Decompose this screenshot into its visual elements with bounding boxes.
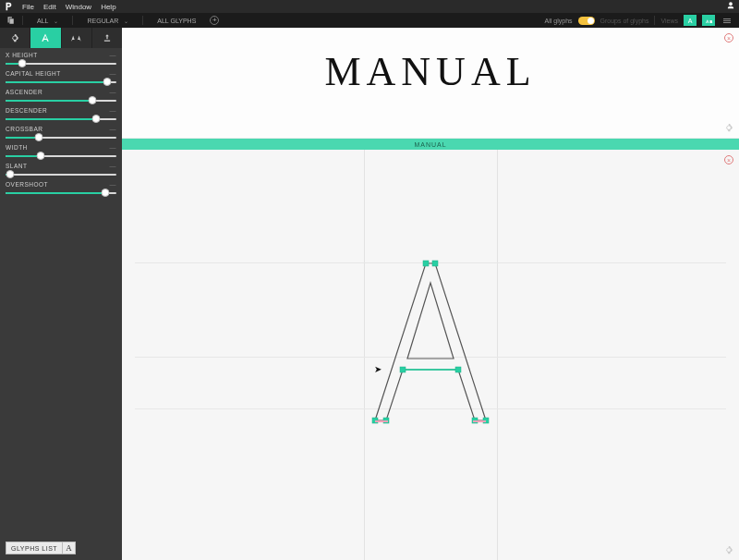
param-slider[interactable] <box>6 152 116 160</box>
view-list-button[interactable] <box>721 15 733 26</box>
chevron-down-icon: ⌄ <box>124 18 128 24</box>
sidebar-tab-glyph-params[interactable] <box>30 28 61 48</box>
canvas-area: MANUAL × MANUAL × <box>122 28 739 560</box>
editor-close-button[interactable]: × <box>724 155 733 164</box>
menu-help[interactable]: Help <box>101 3 115 11</box>
glyphs-list-button[interactable]: GLYPHS LIST A <box>6 542 76 554</box>
add-button[interactable]: + <box>210 16 219 25</box>
app-logo-icon <box>4 2 13 11</box>
user-account-icon[interactable] <box>726 1 735 12</box>
param-slider[interactable] <box>6 189 116 197</box>
param-overshoot: OVERSHOOT— <box>6 181 116 197</box>
param-reset-icon[interactable]: — <box>110 181 117 188</box>
param-label: SLANT <box>6 163 27 169</box>
weight-select[interactable]: REGULAR ⌄ <box>80 16 135 26</box>
all-glyphs-label: All glyphs <box>545 18 573 24</box>
param-capital-height: CAPITAL HEIGHT— <box>6 70 116 86</box>
sidebar-tab-settings[interactable] <box>0 28 30 48</box>
preview-close-button[interactable]: × <box>724 33 733 43</box>
cursor-icon: ➤ <box>374 364 382 374</box>
glyphs-select-label: ALL GLYPHS <box>157 18 196 24</box>
param-slider[interactable] <box>6 133 116 141</box>
param-width: WIDTH— <box>6 144 116 160</box>
param-slant: SLANT— <box>6 163 116 178</box>
sidebar-tab-export[interactable] <box>92 28 122 48</box>
sidebar-tab-group-params[interactable] <box>62 28 92 48</box>
param-descender: DESCENDER— <box>6 107 116 123</box>
param-label: WIDTH <box>6 144 28 151</box>
editor-settings-icon[interactable] <box>724 545 733 554</box>
sidebar-tabs <box>0 28 122 48</box>
param-crossbar: CROSSBAR— <box>6 126 116 141</box>
top-toolbar: ALL ⌄ REGULAR ⌄ ALL GLYPHS + All glyphs … <box>0 13 739 28</box>
svg-rect-1 <box>423 261 429 266</box>
svg-rect-4 <box>455 367 461 372</box>
param-label: X HEIGHT <box>6 52 38 58</box>
glyph-editor[interactable]: × <box>122 150 739 560</box>
param-reset-icon[interactable]: — <box>110 163 117 169</box>
glyph-outline[interactable] <box>338 259 523 444</box>
preview-text: MANUAL <box>122 48 739 95</box>
font-select[interactable]: ALL ⌄ <box>30 16 65 26</box>
weight-select-label: REGULAR <box>87 18 118 24</box>
menu-bar: File Edit Window Help <box>0 0 739 13</box>
view-single-glyph-button[interactable]: A <box>684 15 697 26</box>
parameter-sliders: X HEIGHT—CAPITAL HEIGHT—ASCENDER—DESCEND… <box>0 48 122 201</box>
param-slider[interactable] <box>6 78 116 86</box>
param-reset-icon[interactable]: — <box>110 52 117 58</box>
glyph-name-banner-text: MANUAL <box>414 141 446 148</box>
param-label: CAPITAL HEIGHT <box>6 70 61 77</box>
chevron-down-icon: ⌄ <box>54 18 58 24</box>
param-reset-icon[interactable]: — <box>110 144 117 151</box>
glyphs-list-label: GLYPHS LIST <box>6 542 62 554</box>
param-label: OVERSHOOT <box>6 181 48 188</box>
main-area: X HEIGHT—CAPITAL HEIGHT—ASCENDER—DESCEND… <box>0 28 739 560</box>
glyphs-list-current: A <box>62 542 75 554</box>
param-reset-icon[interactable]: — <box>110 107 117 114</box>
param-ascender: ASCENDER— <box>6 89 116 104</box>
param-reset-icon[interactable]: — <box>110 126 117 132</box>
param-label: ASCENDER <box>6 89 42 95</box>
groups-of-glyphs-label: Groups of glyphs <box>600 18 649 24</box>
copy-icon[interactable] <box>6 16 15 26</box>
param-x-height: X HEIGHT— <box>6 52 116 67</box>
param-reset-icon[interactable]: — <box>110 70 117 77</box>
svg-rect-2 <box>432 261 438 266</box>
param-label: DESCENDER <box>6 107 47 114</box>
param-slider[interactable] <box>6 115 116 123</box>
view-word-button[interactable]: ᴀʙ <box>702 15 715 26</box>
preview-settings-icon[interactable] <box>724 123 733 132</box>
views-label: Views <box>660 18 678 24</box>
param-reset-icon[interactable]: — <box>110 89 117 95</box>
preview-panel: MANUAL × <box>122 28 739 139</box>
svg-rect-3 <box>400 367 406 372</box>
menu-file[interactable]: File <box>22 3 34 11</box>
param-slider[interactable] <box>6 96 116 104</box>
sidebar: X HEIGHT—CAPITAL HEIGHT—ASCENDER—DESCEND… <box>0 28 122 560</box>
menu-window[interactable]: Window <box>66 3 91 11</box>
param-slider[interactable] <box>6 170 116 178</box>
glyph-name-banner: MANUAL <box>122 139 739 150</box>
menu-edit[interactable]: Edit <box>43 3 56 11</box>
glyph-grouping-toggle[interactable] <box>578 17 595 25</box>
glyphs-select[interactable]: ALL GLYPHS <box>151 16 202 26</box>
param-label: CROSSBAR <box>6 126 42 132</box>
font-select-label: ALL <box>37 18 48 24</box>
param-slider[interactable] <box>6 59 116 67</box>
